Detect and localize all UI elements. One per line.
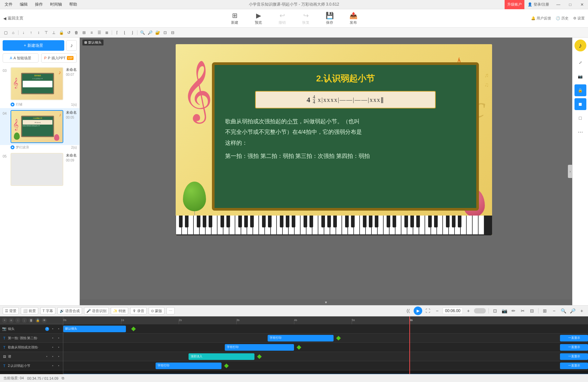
new-scene-button[interactable]: + 新建场景 (3, 40, 64, 51)
voice-synth-button[interactable]: 🔊 语音合成 (57, 307, 82, 314)
canvas-more-button[interactable]: ⋯ (574, 126, 586, 138)
camera-help-btn[interactable]: ? (45, 327, 49, 331)
timeline-more[interactable]: + (578, 307, 585, 314)
preview-button[interactable]: ▶ 预览 (252, 12, 265, 25)
title-always-show[interactable]: 一直显示 (560, 363, 588, 369)
subtitle-button[interactable]: T 字幕 (40, 307, 55, 314)
scene-item-03[interactable]: 03 音乐知识 4.什么是弱起小节 𝄞 ♪ (0, 65, 79, 102)
effects-button[interactable]: ✨ 特效 (111, 307, 128, 314)
cut-button[interactable]: ✂ (519, 307, 526, 314)
play-button[interactable]: ▶ (414, 307, 422, 315)
tool-right-align[interactable]: ≣ (103, 29, 110, 36)
beat1-keyframe[interactable] (336, 336, 341, 340)
sort-track-btn[interactable]: ≡ (9, 318, 14, 323)
speed-plus-button[interactable]: + (465, 307, 472, 314)
tool-vert-mid[interactable]: ⌊ (121, 29, 128, 36)
track1-more[interactable]: • (56, 336, 61, 340)
lyrics-always-show[interactable]: 一直显示 (560, 344, 588, 351)
track4-more[interactable]: • (56, 364, 61, 368)
down-track-btn[interactable]: ↓ (22, 318, 27, 323)
score-keyframe[interactable] (257, 354, 262, 359)
scene-item-05[interactable]: 05 未命名 00:09 (0, 151, 79, 188)
default-camera-block[interactable]: 默认镜头 (63, 326, 126, 332)
tool-align-top[interactable]: ⊤ (43, 29, 50, 36)
window-minimize[interactable]: — (552, 0, 564, 9)
tool-zoom-out[interactable]: 🔎 (146, 29, 154, 36)
track3-more[interactable]: • (56, 354, 61, 359)
camera-shot-button[interactable]: 📷 (501, 307, 508, 314)
beat1-always-show[interactable]: 一直显示 (560, 335, 588, 341)
expand-bottom-button[interactable]: ▼ (80, 299, 572, 305)
tool-zoom-in[interactable]: 🔍 (139, 29, 146, 36)
menu-file[interactable]: 文件 (3, 2, 14, 7)
collapse-panel-button[interactable]: › (568, 165, 573, 178)
camera-track-more[interactable]: • (56, 327, 61, 331)
beat1-block[interactable]: 字符打印 (268, 335, 334, 341)
edit-button[interactable]: ✏ (510, 307, 517, 314)
more-effects-button[interactable]: ⋯ (166, 307, 175, 314)
voice-recog-button[interactable]: 🎤 语音识别 (84, 307, 109, 314)
settings-button[interactable]: ⚙ 设置 (573, 16, 585, 21)
zoom-timeline-out[interactable]: 🔍 (560, 307, 567, 314)
scene-item-04[interactable]: 04 2.认识弱起小节 4/4 x|xxxx| 歌曲从弱拍或次强拍起的小节 𝄞 … (0, 108, 79, 145)
tool-left-align[interactable]: ≡ (88, 29, 95, 36)
zoom-timeline-in[interactable]: 🔎 (569, 307, 576, 314)
speed-minus-button[interactable]: − (433, 307, 441, 314)
mask-button[interactable]: ⊙ 蒙版 (149, 307, 164, 314)
redo-button[interactable]: ↪ 恢复 (299, 12, 312, 25)
history-button[interactable]: 🕐 历史 (556, 16, 569, 21)
split-button[interactable]: ⊟ (528, 307, 536, 314)
canvas-rect-button[interactable]: ■ (574, 98, 586, 110)
background-button[interactable]: ☰ 背景 (3, 307, 19, 314)
feedback-button[interactable]: 🔔 用户反馈 (531, 16, 551, 21)
up-track-btn[interactable]: ↑ (15, 318, 20, 323)
canvas-expand-button[interactable]: ⤢ (574, 57, 586, 69)
goto-start-button[interactable]: ⟨⟨ (404, 307, 412, 314)
canvas-music-note-button[interactable]: ♪ (574, 40, 586, 51)
canvas-rect2-button[interactable]: □ (574, 112, 586, 124)
window-maximize[interactable]: □ (564, 0, 576, 9)
camera-keyframe[interactable] (131, 326, 136, 331)
fit-button[interactable]: ⊡ (491, 307, 499, 314)
save-button[interactable]: 💾 保存 (323, 12, 336, 25)
lyrics-block[interactable]: 字符打印 (225, 344, 294, 351)
publish-button[interactable]: 📤 发布 (347, 12, 360, 25)
track2-more[interactable]: • (56, 345, 61, 350)
copy-icon-btn[interactable]: ⧉ (62, 376, 64, 380)
title-block[interactable]: 字符打印 (156, 363, 221, 369)
lock-track-btn[interactable]: 🔒 (35, 318, 40, 323)
loop-toggle[interactable] (474, 308, 486, 313)
tool-rotate[interactable]: ↺ (65, 29, 73, 36)
tool-vert-center[interactable]: ↕ (35, 29, 42, 36)
upgrade-button[interactable]: 升级账户 (505, 0, 524, 9)
tool-vert-top[interactable]: ⌈ (113, 29, 121, 36)
delete-track-btn[interactable]: 🗑 (28, 318, 34, 323)
menu-timeline[interactable]: 时间轴 (49, 2, 63, 7)
score-always-show[interactable]: 一直显示 (560, 353, 588, 360)
tool-select[interactable]: ▢ (2, 29, 9, 36)
tool-vert-bot[interactable]: ⌋ (129, 29, 136, 36)
track-add-button[interactable]: ⊞ (541, 307, 548, 314)
smart-scene-button[interactable]: A A 智能场景 (3, 53, 39, 63)
canvas-capture-button[interactable]: 📷 (574, 71, 586, 82)
tool-lock[interactable]: 🔒 (58, 29, 65, 36)
menu-operation[interactable]: 操作 (34, 2, 44, 7)
tool-up[interactable]: ↑ (27, 29, 35, 36)
back-home-button[interactable]: ◀ 返回主页 (3, 15, 23, 21)
eye-track-btn[interactable]: 👁 (42, 318, 47, 323)
record-button[interactable]: 🎙 录音 (130, 307, 147, 314)
tool-paste[interactable]: ⊟ (169, 29, 176, 36)
window-close[interactable]: ✕ (576, 0, 588, 9)
tool-copy[interactable]: ⊡ (162, 29, 169, 36)
menu-edit[interactable]: 编辑 (18, 2, 29, 7)
menu-help[interactable]: 帮助 (68, 2, 78, 7)
lyrics-keyframe[interactable] (297, 345, 301, 349)
title-keyframe[interactable] (224, 363, 229, 368)
tool-lock2[interactable]: 🔐 (154, 29, 161, 36)
fullscreen-button[interactable]: ⛶ (424, 307, 431, 314)
new-button[interactable]: ⊞ 新建 (228, 12, 241, 25)
tool-delete[interactable]: 🗑 (73, 29, 80, 36)
music-button[interactable]: ♪ (66, 40, 77, 51)
insert-ppt-button[interactable]: P P 插入PPT VIP (41, 53, 77, 63)
score-block[interactable]: 顶部淡入 (189, 353, 254, 360)
